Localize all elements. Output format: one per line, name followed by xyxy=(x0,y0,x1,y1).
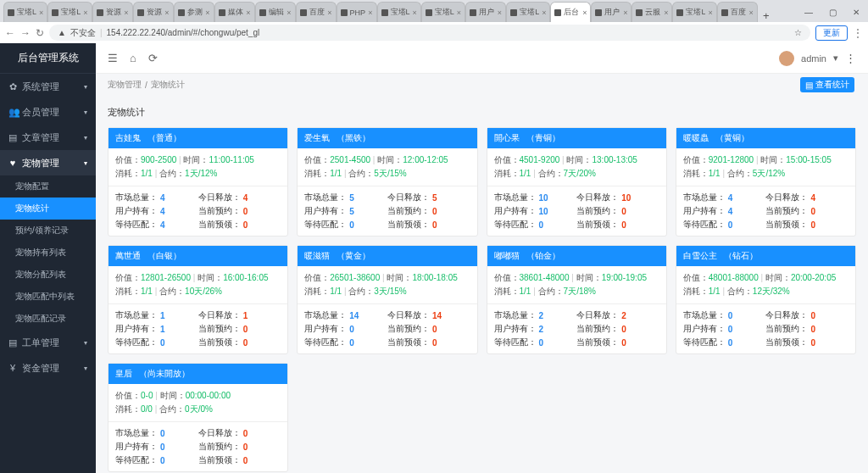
new-tab-button[interactable]: + xyxy=(758,9,775,22)
card-rank: （钻石） xyxy=(724,250,758,262)
sidebar-item[interactable]: ♥宠物管理▾ xyxy=(0,150,96,175)
menu-icon[interactable]: ⋮ xyxy=(853,27,863,39)
browser-tab[interactable]: 资源× xyxy=(92,2,133,22)
card-rank: （尚未開放） xyxy=(139,368,190,380)
card-rank: （普通） xyxy=(147,132,181,144)
close-icon[interactable]: × xyxy=(368,8,372,17)
browser-tab[interactable]: 后台× xyxy=(550,2,591,22)
browser-tab[interactable]: 用户× xyxy=(465,2,506,22)
browser-tab[interactable]: 宝塔L× xyxy=(421,2,465,22)
card-header: 暖暖蟲（黄铜） xyxy=(676,128,855,148)
collapse-icon[interactable]: ☰ xyxy=(108,52,118,64)
browser-tab[interactable]: PHP× xyxy=(337,2,377,22)
card-meta: 价值：900-2500 | 时间：11:00-11:05消耗：1/1 | 合约：… xyxy=(108,148,287,186)
section-title: 宠物统计 xyxy=(108,106,856,119)
crumb-a[interactable]: 宠物管理 xyxy=(108,79,142,91)
card-stats: 市场总量：2今日释放：2用户持有：2当前预约：0等待匹配：0当前预领：0 xyxy=(487,304,666,353)
admin-label[interactable]: admin xyxy=(801,53,826,64)
sidebar-item[interactable]: ▤工单管理▾ xyxy=(0,330,96,355)
card-stats: 市场总量：4今日释放：4用户持有：4当前预约：0等待匹配：4当前预领：0 xyxy=(108,186,287,236)
card-stats: 市场总量：0今日释放：0用户持有：0当前预约：0等待匹配：0当前预领：0 xyxy=(676,304,855,353)
browser-tab[interactable]: 宝塔L× xyxy=(377,2,421,22)
close-icon[interactable]: × xyxy=(457,8,461,17)
nav-back-icon[interactable]: ← xyxy=(5,27,15,39)
browser-tab[interactable]: 宝塔L× xyxy=(47,2,92,22)
close-icon[interactable]: × xyxy=(246,8,250,17)
window-close-button[interactable]: ✕ xyxy=(844,2,868,22)
sidebar-item[interactable]: ✿系统管理▾ xyxy=(0,74,96,99)
browser-tab[interactable]: 百度× xyxy=(717,2,758,22)
user-chevron-icon[interactable]: ▾ xyxy=(833,53,838,64)
browser-tab[interactable]: 用户× xyxy=(591,2,632,22)
sidebar-sub-item[interactable]: 宠物配置 xyxy=(0,175,96,198)
close-icon[interactable]: × xyxy=(287,8,291,17)
card-meta: 价值：2501-4500 | 时间：12:00-12:05消耗：1/1 | 合约… xyxy=(298,148,476,186)
breadcrumb: 宠物管理 / 宠物统计 ▤ 查看统计 xyxy=(96,74,868,96)
sidebar-item[interactable]: 👥会员管理▾ xyxy=(0,99,96,125)
sidebar-sub-item[interactable]: 宠物分配列表 xyxy=(0,264,96,286)
refresh-icon[interactable]: ⟳ xyxy=(148,52,158,64)
content: 宠物统计 吉娃鬼（普通）价值：900-2500 | 时间：11:00-11:05… xyxy=(96,96,868,473)
url-field[interactable]: ▲ 不安全 | 154.222.22.240/admin/#/chongwu/p… xyxy=(49,25,810,41)
update-button[interactable]: 更新 xyxy=(815,25,848,41)
pet-card: 吉娃鬼（普通）价值：900-2500 | 时间：11:00-11:05消耗：1/… xyxy=(108,127,288,236)
close-icon[interactable]: × xyxy=(664,8,668,17)
close-icon[interactable]: × xyxy=(39,8,43,17)
sidebar-item[interactable]: ▤文章管理▾ xyxy=(0,125,96,150)
sidebar-sub-item[interactable]: 预约/领养记录 xyxy=(0,220,96,242)
close-icon[interactable]: × xyxy=(708,8,712,17)
star-icon[interactable]: ☆ xyxy=(794,28,802,37)
sidebar-sub-item[interactable]: 宠物持有列表 xyxy=(0,242,96,264)
card-rank: （黄金） xyxy=(337,250,370,262)
window-min-button[interactable]: — xyxy=(797,2,821,22)
close-icon[interactable]: × xyxy=(164,8,169,17)
close-icon[interactable]: × xyxy=(498,8,502,17)
close-icon[interactable]: × xyxy=(413,8,417,17)
card-meta: 价值：12801-26500 | 时间：16:00-16:05消耗：1/1 | … xyxy=(108,266,287,304)
pet-card: 暖暖蟲（黄铜）价值：9201-12800 | 时间：15:00-15:05消耗：… xyxy=(676,127,856,236)
browser-tab[interactable]: 云服× xyxy=(632,2,672,22)
browser-tab[interactable]: 百度× xyxy=(296,2,337,22)
close-icon[interactable]: × xyxy=(327,8,331,17)
insecure-label: 不安全 xyxy=(70,27,96,39)
close-icon[interactable]: × xyxy=(582,8,587,17)
card-rank: （黑铁） xyxy=(337,132,370,144)
nav-reload-icon[interactable]: ↻ xyxy=(36,27,44,39)
browser-tab[interactable]: 参测× xyxy=(174,2,214,22)
sidebar-sub-item[interactable]: 宠物统计 xyxy=(0,198,96,220)
browser-tab[interactable]: 媒体× xyxy=(214,2,255,22)
avatar[interactable] xyxy=(779,51,794,66)
chevron-down-icon: ▾ xyxy=(84,83,87,91)
card-meta: 价值：9201-12800 | 时间：15:00-15:05消耗：1/1 | 合… xyxy=(676,148,855,186)
pet-card: 暖滋猫（黄金）价值：26501-38600 | 时间：18:00-18:05消耗… xyxy=(297,245,477,354)
pet-card: 爱生氧（黑铁）价值：2501-4500 | 时间：12:00-12:05消耗：1… xyxy=(297,127,477,236)
sidebar-item[interactable]: ¥资金管理▾ xyxy=(0,355,96,381)
browser-tab[interactable]: 资源× xyxy=(133,2,174,22)
close-icon[interactable]: × xyxy=(83,8,87,17)
more-icon[interactable]: ⋮ xyxy=(845,52,856,64)
会员管理-icon: 👥 xyxy=(8,107,17,118)
browser-tab[interactable]: 宝塔L× xyxy=(3,2,47,22)
card-stats: 市场总量：5今日释放：5用户持有：5当前预约：0等待匹配：0当前预领：0 xyxy=(298,186,476,236)
browser-tab[interactable]: 编辑× xyxy=(255,2,296,22)
window-max-button[interactable]: ▢ xyxy=(821,2,844,22)
close-icon[interactable]: × xyxy=(748,8,753,17)
qr-button[interactable]: ▤ 查看统计 xyxy=(800,77,854,92)
sidebar-sub-item[interactable]: 宠物匹配中列表 xyxy=(0,286,96,308)
chevron-down-icon: ▾ xyxy=(84,134,87,142)
browser-tab[interactable]: 宝塔L× xyxy=(506,2,550,22)
sidebar-sub-item[interactable]: 宠物匹配记录 xyxy=(0,308,96,330)
文章管理-icon: ▤ xyxy=(8,132,17,143)
card-meta: 价值：26501-38600 | 时间：18:00-18:05消耗：1/1 | … xyxy=(298,266,476,304)
card-stats: 市场总量：0今日释放：0用户持有：0当前预约：0等待匹配：0当前预领：0 xyxy=(108,422,287,471)
close-icon[interactable]: × xyxy=(542,8,546,17)
close-icon[interactable]: × xyxy=(623,8,627,17)
chevron-down-icon: ▾ xyxy=(84,109,87,116)
browser-tab[interactable]: 宝塔L× xyxy=(672,2,716,22)
close-icon[interactable]: × xyxy=(124,8,128,17)
资金管理-icon: ¥ xyxy=(8,363,17,373)
card-header: 爱生氧（黑铁） xyxy=(298,128,476,148)
close-icon[interactable]: × xyxy=(205,8,209,17)
nav-fwd-icon[interactable]: → xyxy=(20,27,31,39)
home-icon[interactable]: ⌂ xyxy=(130,52,136,64)
